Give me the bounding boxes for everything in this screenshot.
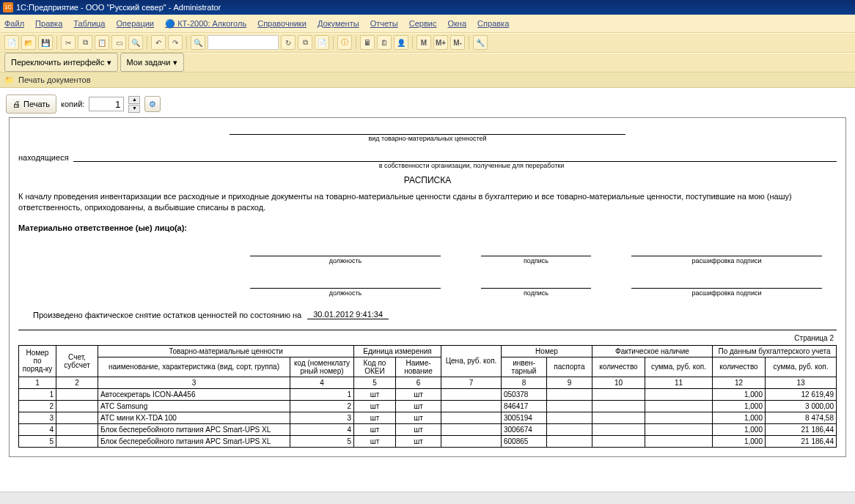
th-price: Цена, руб. коп. bbox=[441, 345, 502, 377]
menu-file[interactable]: Файл bbox=[4, 19, 24, 28]
cell-book-sum: 21 186,44 bbox=[766, 435, 837, 447]
th-account: Счет, субсчет bbox=[56, 345, 98, 377]
toolbar-separator bbox=[356, 36, 356, 49]
cell-uname: шт bbox=[396, 423, 441, 435]
print-label: Печать bbox=[23, 100, 50, 108]
cell-name: Блок бесперебойного питания APC Smart-UP… bbox=[98, 423, 290, 435]
content-area: 🖨 Печать копий: ▲ ▼ ⚙ вид товарно-матери… bbox=[0, 88, 855, 503]
copies-up-icon[interactable]: ▲ bbox=[128, 96, 140, 104]
th-qty: количество bbox=[592, 357, 645, 377]
cell-passport bbox=[547, 435, 592, 447]
balance-date: 30.01.2012 9:41:34 bbox=[307, 310, 389, 319]
colnum: 5 bbox=[354, 377, 396, 388]
position-caption: должность bbox=[250, 257, 441, 264]
cell-okei: шт bbox=[354, 435, 396, 447]
cell-inv-no: 3006674 bbox=[502, 423, 547, 435]
responsible-label: Материально ответственное (ые) лицо(а): bbox=[18, 223, 837, 232]
cut-icon[interactable]: ✂ bbox=[61, 35, 76, 50]
th-sum: сумма, руб. коп. bbox=[645, 357, 713, 377]
selection-icon[interactable]: ▭ bbox=[111, 35, 126, 50]
memory-plus-icon[interactable]: M+ bbox=[433, 35, 448, 50]
menu-docs[interactable]: Документы bbox=[318, 19, 359, 28]
refresh-icon[interactable]: ↻ bbox=[281, 35, 296, 50]
menu-windows[interactable]: Окна bbox=[447, 19, 466, 28]
decipher-caption: расшифровка подписи bbox=[631, 257, 822, 264]
action-row: 🖨 Печать копий: ▲ ▼ ⚙ bbox=[0, 88, 855, 117]
print-button[interactable]: 🖨 Печать bbox=[6, 94, 56, 114]
toolbar-separator bbox=[333, 36, 334, 49]
my-tasks-button[interactable]: Мои задачи ▾ bbox=[120, 53, 184, 72]
colnum: 9 bbox=[547, 377, 592, 388]
new-file-icon[interactable]: 📄 bbox=[4, 35, 19, 50]
th-unit: Единица измерения bbox=[354, 345, 441, 357]
wrench-icon[interactable]: 🔧 bbox=[473, 35, 488, 50]
table-row: 3АТС мини KX-TDA 1003штшт30051941,0008 4… bbox=[19, 412, 837, 423]
copy-icon[interactable]: ⧉ bbox=[78, 35, 92, 50]
cell-fact-qty bbox=[592, 412, 645, 423]
copy-special-icon[interactable]: ⧉ bbox=[298, 35, 312, 50]
cell-book-sum: 3 000,00 bbox=[766, 400, 837, 412]
redo-icon[interactable]: ↷ bbox=[168, 35, 183, 50]
colnum: 6 bbox=[396, 377, 441, 388]
menu-refs[interactable]: Справочники bbox=[257, 19, 307, 28]
menu-help[interactable]: Справка bbox=[477, 19, 509, 28]
memory-m-icon[interactable]: M bbox=[417, 35, 431, 50]
th-book: По данным бухгалтерского учета bbox=[713, 345, 837, 357]
copies-input[interactable] bbox=[89, 97, 124, 111]
colnum: 4 bbox=[290, 377, 354, 388]
doc-icon[interactable]: 📄 bbox=[315, 35, 329, 50]
toolbar-separator bbox=[56, 36, 57, 49]
menu-operations[interactable]: Операции bbox=[117, 19, 154, 28]
menu-kt2000[interactable]: 🔵 КТ-2000: Алкоголь bbox=[165, 19, 246, 28]
menu-service[interactable]: Сервис bbox=[409, 19, 437, 28]
cell-fact-qty bbox=[592, 400, 645, 412]
cell-account bbox=[56, 412, 98, 423]
table-row: 1Автосекретарь ICON-AA4561штшт0503781,00… bbox=[19, 388, 837, 400]
table-row: 4Блок бесперебойного питания APC Smart-U… bbox=[19, 423, 837, 435]
menu-reports[interactable]: Отчеты bbox=[370, 19, 398, 28]
cell-book-qty: 1,000 bbox=[713, 423, 766, 435]
toolbar-separator bbox=[412, 36, 413, 49]
cell-price bbox=[441, 400, 502, 412]
contacts-icon[interactable]: 👤 bbox=[394, 35, 408, 50]
th-tmc-name: наименование, характеристика (вид, сорт,… bbox=[98, 357, 290, 377]
decipher-line bbox=[631, 245, 822, 256]
cell-code: 5 bbox=[290, 435, 354, 447]
zoom-combo[interactable] bbox=[208, 35, 279, 50]
cell-fact-sum bbox=[645, 412, 713, 423]
undo-icon[interactable]: ↶ bbox=[151, 35, 166, 50]
cell-n: 4 bbox=[19, 423, 56, 435]
switch-interface-button[interactable]: Переключить интерфейс ▾ bbox=[4, 53, 118, 72]
cell-n: 3 bbox=[19, 412, 56, 423]
located-line bbox=[73, 151, 837, 162]
th-tmc-code: код (номенклату рный номер) bbox=[290, 357, 354, 377]
cell-account bbox=[56, 435, 98, 447]
colnum: 2 bbox=[56, 377, 98, 388]
cell-inv-no: 050378 bbox=[502, 388, 547, 400]
separator-line bbox=[18, 330, 837, 330]
paste-icon[interactable]: 📋 bbox=[95, 35, 109, 50]
gear-icon: ⚙ bbox=[149, 100, 156, 109]
cell-passport bbox=[547, 423, 592, 435]
cell-name: Автосекретарь ICON-AA456 bbox=[98, 388, 290, 400]
settings-button[interactable]: ⚙ bbox=[144, 96, 161, 112]
cell-account bbox=[56, 423, 98, 435]
zoom-icon[interactable]: 🔍 bbox=[191, 35, 205, 50]
cell-book-qty: 1,000 bbox=[713, 400, 766, 412]
save-icon[interactable]: 💾 bbox=[38, 35, 53, 50]
calc-icon[interactable]: 🖩 bbox=[360, 35, 375, 50]
horizontal-scrollbar[interactable] bbox=[0, 492, 855, 503]
menu-edit[interactable]: Правка bbox=[35, 19, 62, 28]
calendar-icon[interactable]: 🗓 bbox=[377, 35, 392, 50]
decipher-caption: расшифровка подписи bbox=[631, 289, 822, 297]
colnum: 10 bbox=[592, 377, 645, 388]
open-folder-icon[interactable]: 📂 bbox=[21, 35, 36, 50]
menu-table[interactable]: Таблица bbox=[73, 19, 105, 28]
cell-fact-sum bbox=[645, 388, 713, 400]
cell-price bbox=[441, 435, 502, 447]
find-icon[interactable]: 🔍 bbox=[128, 35, 143, 50]
memory-minus-icon[interactable]: M- bbox=[450, 35, 465, 50]
cell-uname: шт bbox=[396, 388, 441, 400]
help-icon[interactable]: ⓘ bbox=[337, 35, 352, 50]
copies-down-icon[interactable]: ▼ bbox=[128, 105, 140, 113]
